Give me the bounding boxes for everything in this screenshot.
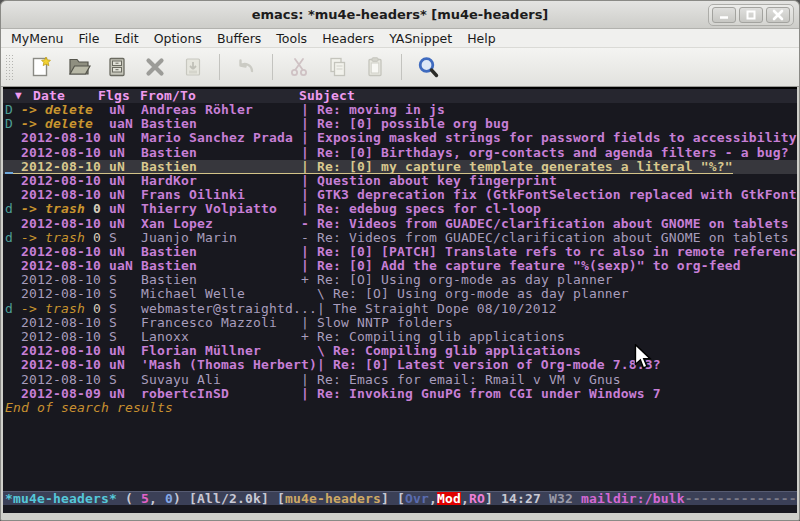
menu-item-mymenu[interactable]: MyMenu bbox=[11, 31, 64, 46]
message-from: Suvayu Ali bbox=[141, 373, 301, 387]
window-title: emacs: *mu4e-headers* [mu4e-headers] bbox=[1, 7, 799, 22]
message-row[interactable]: 2012-08-10uNFrans Oilinki| GTK3 deprecat… bbox=[3, 188, 797, 202]
menu-item-help[interactable]: Help bbox=[467, 31, 496, 46]
message-row[interactable]: 2012-08-10uNXan Lopez- Re: Videos from G… bbox=[3, 217, 797, 231]
message-row[interactable]: 2012-08-10uNFlorian Müllner \ Re: Compil… bbox=[3, 344, 797, 358]
message-from: Thierry Volpiatto bbox=[141, 202, 301, 216]
message-row[interactable]: d-> trash 0SJuanjo Marin- Re: Videos fro… bbox=[3, 231, 797, 245]
message-row[interactable]: 2012-08-10SFrancesco Mazzoli| Slow NNTP … bbox=[3, 316, 797, 330]
message-flags: S bbox=[109, 373, 141, 387]
menu-item-file[interactable]: File bbox=[79, 31, 100, 46]
modeline-segment: ] bbox=[381, 492, 397, 505]
message-row[interactable]: d-> trash 0Swebmaster@straightd...| The … bbox=[3, 302, 797, 316]
menu-item-yasnippet[interactable]: YASnippet bbox=[389, 31, 452, 46]
save-as-icon bbox=[181, 55, 205, 79]
message-row[interactable]: 2012-08-10SSuvayu Ali| Re: Emacs for ema… bbox=[3, 373, 797, 387]
maximize-button[interactable] bbox=[739, 7, 763, 23]
message-row[interactable]: 2012-08-10uNBastien| Re: [0] Birthdays, … bbox=[3, 146, 797, 160]
message-subject: | Re: [0] Add the capture feature "%(sex… bbox=[301, 259, 741, 273]
message-row[interactable]: d-> trash 0uNThierry Volpiatto| Re: edeb… bbox=[3, 202, 797, 216]
message-row[interactable]: 2012-08-10SMichael Welle \ Re: [O] Using… bbox=[3, 287, 797, 301]
menu-item-headers[interactable]: Headers bbox=[322, 31, 374, 46]
menu-item-tools[interactable]: Tools bbox=[276, 31, 307, 46]
mark-char bbox=[5, 287, 21, 301]
message-row[interactable]: 2012-08-10uN'Mash (Thomas Herbert)| Re: … bbox=[3, 358, 797, 372]
message-row[interactable]: 2012-08-10SLanoxx+ Re: Compiling glib ap… bbox=[3, 330, 797, 344]
close-icon bbox=[771, 9, 785, 21]
column-header-subject[interactable]: Subject bbox=[299, 89, 355, 103]
message-row[interactable]: 2012-08-10uNBastien| Re: [0] my capture … bbox=[3, 160, 797, 174]
message-date: 2012-08-10 bbox=[21, 174, 109, 188]
message-from: 'Mash (Thomas Herbert) bbox=[141, 358, 317, 372]
column-header-flags[interactable]: Flgs bbox=[98, 89, 130, 103]
message-subject: - Re: Videos from GUADEC/clarification a… bbox=[301, 231, 789, 245]
menu-item-edit[interactable]: Edit bbox=[114, 31, 138, 46]
undo-button bbox=[233, 54, 259, 80]
titlebar[interactable]: emacs: *mu4e-headers* [mu4e-headers] bbox=[1, 1, 799, 29]
menu-item-buffers[interactable]: Buffers bbox=[217, 31, 261, 46]
mark-char: d bbox=[5, 202, 21, 216]
close-buffer-icon bbox=[143, 55, 167, 79]
mark-char bbox=[5, 245, 21, 259]
message-from: Andreas Röhler bbox=[141, 103, 301, 117]
message-row[interactable]: 2012-08-10uaNBastien| Re: [0] Add the ca… bbox=[3, 259, 797, 273]
close-button[interactable] bbox=[766, 7, 790, 23]
message-subject: | Question about key fingerprint bbox=[301, 174, 557, 188]
menu-item-options[interactable]: Options bbox=[154, 31, 202, 46]
message-subject: - Re: Videos from GUADEC/clarification a… bbox=[301, 217, 789, 231]
search-button[interactable] bbox=[415, 54, 441, 80]
mark-target-trash: -> trash bbox=[21, 231, 85, 245]
message-flags: uN bbox=[109, 174, 141, 188]
message-subject: + Re: Compiling glib applications bbox=[301, 330, 565, 344]
message-row[interactable]: 2012-08-10uNMario Sanchez Prada| Exposin… bbox=[3, 131, 797, 145]
mark-target-delete: -> delete bbox=[21, 103, 93, 117]
message-row[interactable]: D-> deleteuaNBastien| Re: [0] possible o… bbox=[3, 117, 797, 131]
message-from: webmaster@straightd... bbox=[141, 302, 317, 316]
message-date: -> trash 0 bbox=[21, 302, 109, 316]
message-date: 2012-08-10 bbox=[21, 188, 109, 202]
save-button[interactable] bbox=[104, 54, 130, 80]
message-subject: | Re: moving in js bbox=[301, 103, 445, 117]
message-date: -> delete bbox=[21, 103, 109, 117]
toolbar-separator bbox=[219, 54, 220, 80]
undo-icon bbox=[234, 55, 258, 79]
message-date: 2012-08-10 bbox=[21, 131, 109, 145]
message-flags: uN bbox=[109, 202, 141, 216]
message-row[interactable]: 2012-08-09uNrobertcInSD| Re: Invoking Gn… bbox=[3, 387, 797, 401]
message-row[interactable]: 2012-08-10SBastien+ Re: [O] Using org-mo… bbox=[3, 273, 797, 287]
message-subject: | The Straight Dope 08/10/2012 bbox=[317, 302, 557, 316]
modeline-segment: ] bbox=[485, 492, 501, 505]
column-header-from[interactable]: From/To bbox=[140, 89, 196, 103]
open-folder-button[interactable] bbox=[66, 54, 92, 80]
message-date: 2012-08-10 bbox=[21, 373, 109, 387]
message-row[interactable]: D-> deleteuNAndreas Röhler| Re: moving i… bbox=[3, 103, 797, 117]
message-subject: | Re: [0] my capture template generates … bbox=[301, 160, 733, 174]
message-subject: | Re: Emacs for email: Rmail v VM v Gnus bbox=[301, 373, 621, 387]
mark-char bbox=[5, 259, 21, 273]
column-header-date[interactable]: Date bbox=[33, 89, 65, 103]
message-flags: uN bbox=[109, 217, 141, 231]
message-flags: uN bbox=[109, 245, 141, 259]
modeline-segment: , bbox=[429, 492, 437, 505]
message-row[interactable]: 2012-08-10uNHardKor| Question about key … bbox=[3, 174, 797, 188]
message-subject: | GTK3 deprecation fix (GtkFontSelection… bbox=[301, 188, 797, 202]
search-icon bbox=[416, 55, 440, 79]
minimize-button[interactable] bbox=[712, 7, 736, 23]
message-date: 2012-08-10 bbox=[21, 259, 109, 273]
mark-char bbox=[5, 188, 21, 202]
new-file-button[interactable] bbox=[28, 54, 54, 80]
mark-target-trash: -> trash bbox=[21, 302, 85, 316]
toolbar-drag-handle[interactable] bbox=[5, 54, 14, 80]
message-flags: uN bbox=[109, 387, 141, 401]
message-subject: | Exposing masked strings for password f… bbox=[301, 131, 797, 145]
message-from: HardKor bbox=[141, 174, 301, 188]
mark-char: d bbox=[5, 302, 21, 316]
message-row[interactable]: 2012-08-10uNBastien| Re: [0] [PATCH] Tra… bbox=[3, 245, 797, 259]
message-from: Bastien bbox=[141, 273, 301, 287]
close-buffer-button[interactable] bbox=[142, 54, 168, 80]
sort-indicator-icon[interactable]: ▼ bbox=[15, 89, 22, 103]
message-date: 2012-08-10 bbox=[21, 146, 109, 160]
message-subject: | Re: [0] Latest version of Org-mode 7.8… bbox=[317, 358, 661, 372]
message-flags: uN bbox=[109, 131, 141, 145]
mark-char bbox=[5, 344, 21, 358]
